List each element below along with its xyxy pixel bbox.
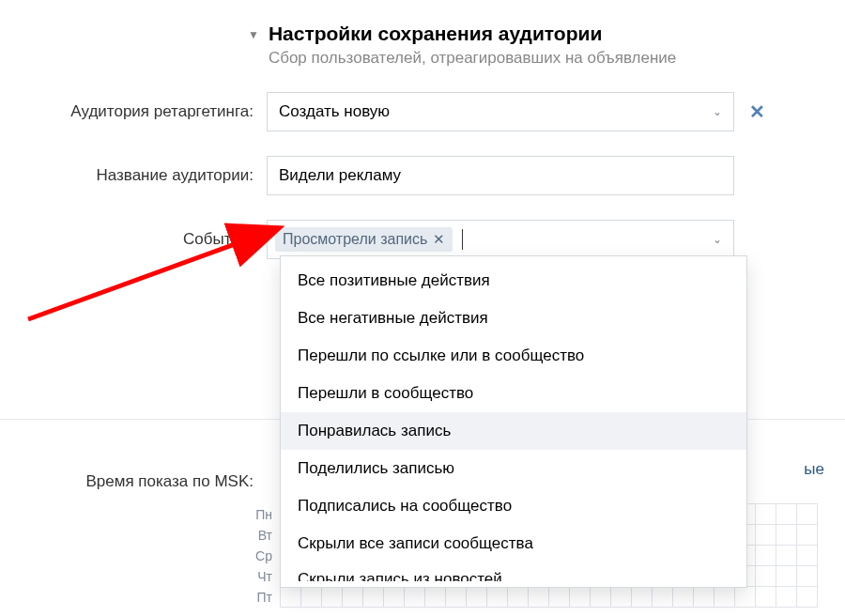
events-dropdown-item[interactable]: Перешли по ссылке или в сообщество (281, 337, 746, 375)
weekend-link-fragment[interactable]: ые (804, 460, 824, 479)
schedule-cell[interactable] (487, 587, 508, 608)
schedule-cell[interactable] (756, 546, 776, 566)
schedule-cell[interactable] (653, 587, 673, 608)
collapse-triangle-icon[interactable]: ▼ (248, 28, 259, 41)
schedule-cell[interactable] (611, 587, 632, 608)
events-multiselect[interactable]: Просмотрели запись ✕ ⌄ (267, 220, 734, 259)
schedule-cell[interactable] (776, 546, 797, 566)
schedule-cell[interactable] (467, 587, 487, 608)
events-dropdown-item[interactable]: Понравилась запись (281, 412, 746, 450)
schedule-cell[interactable] (756, 504, 776, 525)
schedule-cell[interactable] (776, 504, 797, 525)
schedule-cell[interactable] (776, 525, 797, 546)
schedule-day-label: Чт (225, 569, 272, 584)
section-subtitle: Сбор пользователей, отреагировавших на о… (269, 49, 676, 68)
events-dropdown-item[interactable]: Все негативные действия (281, 300, 746, 337)
events-dropdown: Все позитивные действияВсе негативные де… (280, 255, 747, 588)
events-dropdown-item[interactable]: Скрыли все записи сообщества (281, 525, 746, 562)
schedule-day-row: Пт (281, 587, 818, 608)
schedule-cell[interactable] (673, 587, 694, 608)
schedule-cell[interactable] (797, 546, 818, 566)
schedule-day-label: Ср (225, 548, 272, 563)
schedule-cell[interactable] (735, 587, 756, 608)
schedule-cell[interactable] (756, 525, 776, 546)
section-title: Настройки сохранения аудитории (269, 23, 676, 45)
schedule-cell[interactable] (632, 587, 653, 608)
retargeting-audience-select[interactable]: Создать новую ⌄ (267, 92, 734, 131)
time-display-label: Время показа по MSK: (0, 472, 267, 491)
schedule-cell[interactable] (322, 587, 343, 608)
chevron-down-icon: ⌄ (713, 105, 722, 118)
schedule-cell[interactable] (756, 587, 776, 608)
schedule-cell[interactable] (384, 587, 405, 608)
audience-name-label: Название аудитории: (0, 166, 267, 185)
schedule-cell[interactable] (405, 587, 425, 608)
schedule-cell[interactable] (694, 587, 714, 608)
schedule-cell[interactable] (446, 587, 467, 608)
chevron-down-icon: ⌄ (713, 233, 722, 246)
events-dropdown-item[interactable]: Все позитивные действия (281, 262, 746, 300)
schedule-cell[interactable] (797, 566, 818, 587)
schedule-cell[interactable] (776, 566, 797, 587)
events-chip: Просмотрели запись ✕ (275, 227, 453, 252)
retargeting-audience-value: Создать новую (279, 102, 390, 121)
events-dropdown-item[interactable]: Скрыли запись из новостей (281, 562, 746, 581)
schedule-cell[interactable] (301, 587, 322, 608)
schedule-day-label: Пт (225, 590, 272, 605)
schedule-cell[interactable] (797, 587, 818, 608)
events-dropdown-item[interactable]: Поделились записью (281, 450, 746, 487)
events-label: События: (0, 230, 267, 249)
remove-audience-button[interactable]: ✕ (749, 100, 765, 123)
audience-name-input[interactable]: Видели рекламу (267, 156, 734, 195)
schedule-cell[interactable] (776, 587, 797, 608)
text-cursor (462, 229, 463, 250)
schedule-cell[interactable] (570, 587, 591, 608)
events-dropdown-item[interactable]: Перешли в сообщество (281, 375, 746, 412)
schedule-cell[interactable] (591, 587, 611, 608)
audience-name-value: Видели рекламу (279, 166, 401, 185)
schedule-cell[interactable] (425, 587, 446, 608)
schedule-cell[interactable] (363, 587, 384, 608)
events-chip-label: Просмотрели запись (283, 231, 427, 248)
schedule-cell[interactable] (281, 587, 301, 608)
schedule-day-label: Пн (225, 507, 272, 522)
schedule-cell[interactable] (797, 504, 818, 525)
schedule-day-label: Вт (225, 528, 272, 543)
events-chip-remove-icon[interactable]: ✕ (433, 231, 445, 248)
schedule-cell[interactable] (549, 587, 570, 608)
schedule-cell[interactable] (343, 587, 363, 608)
schedule-cell[interactable] (756, 566, 776, 587)
schedule-cell[interactable] (714, 587, 735, 608)
retargeting-audience-label: Аудитория ретаргетинга: (0, 102, 267, 121)
events-dropdown-item[interactable]: Подписались на сообщество (281, 487, 746, 525)
schedule-cell[interactable] (508, 587, 529, 608)
schedule-cell[interactable] (797, 525, 818, 546)
schedule-cell[interactable] (529, 587, 549, 608)
